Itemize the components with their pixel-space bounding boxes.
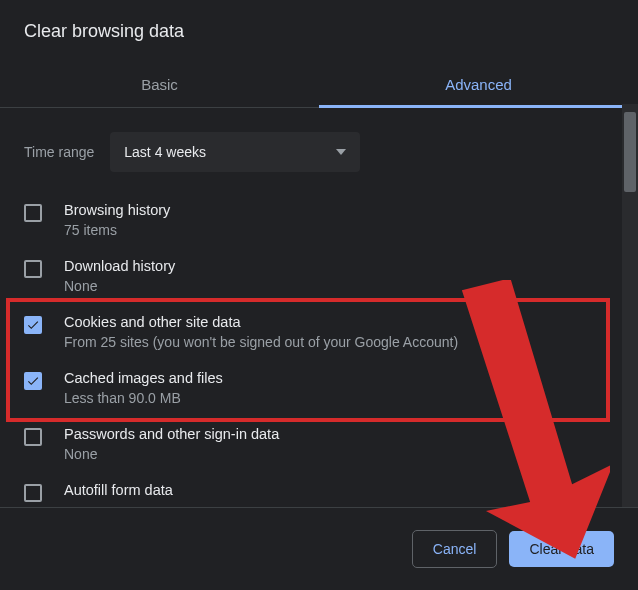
checkbox[interactable] xyxy=(24,316,42,334)
tab-advanced[interactable]: Advanced xyxy=(319,62,638,107)
time-range-select[interactable]: Last 4 weeks xyxy=(110,132,360,172)
item-subtitle: None xyxy=(64,446,614,462)
dropdown-icon xyxy=(336,149,346,155)
item-text: Download historyNone xyxy=(64,258,614,294)
checkbox[interactable] xyxy=(24,484,42,502)
tab-bar: Basic Advanced xyxy=(0,62,638,108)
time-range-value: Last 4 weeks xyxy=(124,144,206,160)
list-item: Cached images and filesLess than 90.0 MB xyxy=(0,360,638,416)
tab-basic[interactable]: Basic xyxy=(0,62,319,107)
checkbox[interactable] xyxy=(24,372,42,390)
item-title: Autofill form data xyxy=(64,482,614,498)
item-title: Cached images and files xyxy=(64,370,614,386)
list-item: Passwords and other sign-in dataNone xyxy=(0,416,638,472)
item-title: Browsing history xyxy=(64,202,614,218)
clear-data-button[interactable]: Clear data xyxy=(509,531,614,567)
time-range-row: Time range Last 4 weeks xyxy=(0,108,638,192)
item-text: Cached images and filesLess than 90.0 MB xyxy=(64,370,614,406)
clear-browsing-data-dialog: Clear browsing data Basic Advanced Time … xyxy=(0,0,638,590)
checkbox[interactable] xyxy=(24,204,42,222)
item-text: Browsing history75 items xyxy=(64,202,614,238)
data-type-list: Browsing history75 itemsDownload history… xyxy=(0,192,638,507)
item-title: Cookies and other site data xyxy=(64,314,614,330)
list-item: Cookies and other site dataFrom 25 sites… xyxy=(0,304,638,360)
checkbox[interactable] xyxy=(24,260,42,278)
dialog-content: Time range Last 4 weeks Browsing history… xyxy=(0,108,638,507)
item-text: Autofill form data xyxy=(64,482,614,502)
scrollbar-thumb[interactable] xyxy=(624,112,636,192)
dialog-footer: Cancel Clear data xyxy=(0,507,638,590)
item-subtitle: From 25 sites (you won't be signed out o… xyxy=(64,334,614,350)
item-subtitle: Less than 90.0 MB xyxy=(64,390,614,406)
list-item: Autofill form data xyxy=(0,472,638,507)
list-item: Browsing history75 items xyxy=(0,192,638,248)
item-text: Cookies and other site dataFrom 25 sites… xyxy=(64,314,614,350)
item-title: Passwords and other sign-in data xyxy=(64,426,614,442)
checkbox[interactable] xyxy=(24,428,42,446)
cancel-button[interactable]: Cancel xyxy=(412,530,498,568)
item-subtitle: None xyxy=(64,278,614,294)
item-subtitle: 75 items xyxy=(64,222,614,238)
item-text: Passwords and other sign-in dataNone xyxy=(64,426,614,462)
time-range-label: Time range xyxy=(24,144,94,160)
item-title: Download history xyxy=(64,258,614,274)
list-item: Download historyNone xyxy=(0,248,638,304)
dialog-title: Clear browsing data xyxy=(0,0,638,62)
